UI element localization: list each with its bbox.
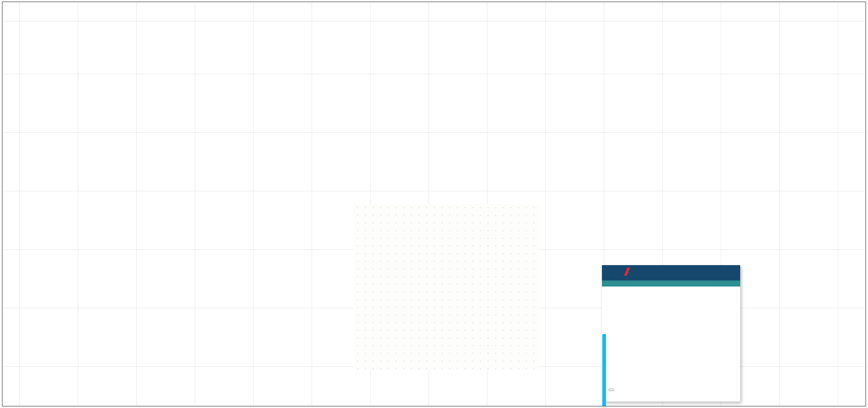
page-edge-strip: [602, 334, 606, 406]
panel-body: [602, 287, 740, 402]
logo-slash-icon: [624, 268, 630, 276]
zoom-inset-background: [354, 204, 539, 370]
fbd-editor-canvas: [2, 2, 866, 406]
insol-logo-icon: [625, 268, 631, 276]
insol-web-panel: [602, 265, 740, 402]
panel-navbar: [602, 280, 740, 287]
panel-header: [602, 265, 740, 280]
save-list-button[interactable]: [608, 389, 614, 391]
screenshot-frame: [2, 2, 866, 406]
